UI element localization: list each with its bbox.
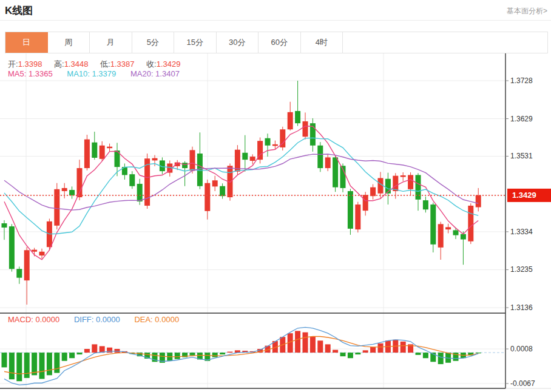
macd-bar — [2, 353, 7, 367]
candle — [84, 140, 90, 168]
candle — [212, 180, 218, 186]
dea-line — [4, 336, 478, 374]
candles — [2, 81, 481, 305]
macd-bar — [340, 353, 346, 356]
candle — [288, 112, 293, 129]
candle — [476, 195, 481, 208]
candle — [152, 158, 158, 161]
macd-bar — [423, 353, 428, 358]
current-price-badge: 1.3429 — [507, 189, 551, 202]
candle — [242, 153, 248, 160]
page-header: K线图 基本面分析> — [0, 0, 551, 21]
macd-bar — [333, 350, 338, 353]
y-axis-label: 1.3136 — [510, 303, 533, 312]
candle — [107, 147, 112, 149]
page-title: K线图 — [5, 4, 33, 18]
macd-bar — [175, 353, 180, 359]
macd-bar — [416, 353, 421, 355]
macd-bar — [476, 353, 481, 353]
candle — [137, 184, 143, 201]
ma10-line — [4, 138, 478, 234]
macd-bar — [220, 353, 225, 354]
kline-chart[interactable]: 1.37281.36291.35311.33341.32351.31360.00… — [0, 53, 551, 392]
fundamental-analysis-link[interactable]: 基本面分析> — [507, 6, 547, 16]
candle — [423, 200, 428, 209]
candle — [54, 189, 59, 226]
tab-30min[interactable]: 30分 — [217, 32, 259, 53]
candle — [129, 174, 135, 186]
candle — [416, 175, 421, 199]
svg-text:1.3429: 1.3429 — [512, 191, 536, 200]
tab-15min[interactable]: 15分 — [174, 32, 217, 53]
y-axis-labels: 1.37281.36291.35311.33341.32351.31360.00… — [505, 76, 535, 388]
chart-area: 1.37281.36291.35311.33341.32351.31360.00… — [0, 53, 551, 392]
tab-day[interactable]: 日 — [5, 32, 48, 53]
y-axis-label: -0.0067 — [510, 379, 535, 388]
candle — [295, 111, 300, 123]
macd-bar — [310, 336, 316, 353]
macd-bar — [92, 344, 97, 353]
candle — [325, 157, 331, 168]
macd-bar — [325, 344, 331, 353]
candle — [408, 175, 413, 189]
candle — [62, 188, 67, 191]
period-tabs: 日 周 月 5分 15分 30分 60分 4时 — [5, 32, 548, 53]
candle — [453, 230, 459, 235]
macd-bar — [16, 353, 22, 381]
y-axis-label: 1.3334 — [510, 228, 533, 236]
macd-bar — [47, 353, 52, 375]
candle — [197, 154, 203, 186]
candle — [16, 269, 22, 278]
diff-line — [4, 327, 478, 385]
macd-bar — [62, 353, 67, 361]
candle — [363, 195, 368, 211]
candle — [430, 204, 436, 245]
macd-bar — [24, 353, 30, 378]
macd-bar — [9, 353, 15, 379]
candle — [333, 157, 338, 187]
macd-bar — [228, 352, 233, 353]
macd-bar — [39, 353, 45, 379]
candle — [92, 143, 97, 158]
candle — [265, 138, 271, 146]
macd-bar — [355, 353, 360, 354]
candle — [468, 206, 473, 242]
candle — [2, 223, 7, 228]
candle — [100, 146, 105, 159]
candle — [9, 226, 15, 269]
macd-bar — [69, 353, 75, 358]
candle — [220, 186, 225, 196]
macd-bar — [54, 353, 59, 373]
tab-60min[interactable]: 60分 — [259, 32, 301, 53]
macd-bar — [212, 353, 218, 357]
y-axis-label: 1.3728 — [510, 76, 533, 85]
candle — [370, 188, 376, 197]
y-axis-label: 1.3531 — [510, 152, 533, 160]
macd-bar — [115, 349, 120, 353]
macd-bar — [77, 353, 83, 354]
macd-bar — [438, 353, 444, 364]
macd-bar — [190, 353, 195, 356]
macd-bar — [378, 343, 384, 353]
tab-4h[interactable]: 4时 — [301, 32, 343, 53]
macd-bar — [370, 347, 376, 353]
candle — [182, 163, 188, 168]
gridlines — [0, 53, 505, 388]
y-axis-label: 0.0008 — [510, 345, 533, 353]
y-axis-label: 1.3629 — [510, 115, 533, 123]
tab-5min[interactable]: 5分 — [132, 32, 175, 53]
macd-bar — [303, 333, 308, 353]
candle — [445, 227, 451, 229]
kline-page: K线图 基本面分析> 日 周 月 5分 15分 30分 60分 4时 1.372… — [0, 0, 551, 392]
tab-week[interactable]: 周 — [48, 32, 90, 53]
candle — [378, 178, 384, 193]
tab-month[interactable]: 月 — [90, 32, 132, 53]
candle — [348, 191, 353, 229]
macd-bar — [348, 353, 353, 358]
macd-bar — [401, 342, 406, 353]
macd-bar — [363, 350, 368, 353]
candle — [250, 157, 255, 161]
candle — [461, 234, 466, 240]
candle — [24, 250, 30, 280]
candle — [401, 175, 406, 177]
